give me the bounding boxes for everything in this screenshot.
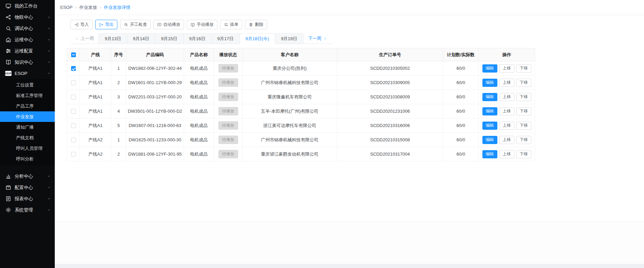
breadcrumb-item[interactable]: ESOP: [60, 5, 72, 10]
auto-play-button[interactable]: 自动播放: [153, 20, 184, 29]
app-root: 我的工作台物联中心调试中心运维中心运维配置知识中心ESOPESOP工位设置标准工…: [0, 0, 644, 268]
row-checkbox[interactable]: [71, 80, 76, 85]
delete-icon: [249, 22, 253, 27]
status-badge: 待播放: [218, 150, 238, 158]
checkbox-cell: [67, 61, 80, 76]
customer-cell: 重庆分公司(胜利): [243, 61, 337, 76]
sidebar-subitem-product-process[interactable]: 产品工序: [0, 101, 55, 111]
export-button[interactable]: 导出: [95, 20, 117, 29]
move-up-button[interactable]: 上移: [499, 150, 514, 158]
row-checkbox[interactable]: [71, 138, 76, 142]
seq-cell: 3: [111, 90, 126, 104]
product-name-cell: 电机成品: [184, 119, 214, 133]
seq-cell: 5: [111, 119, 126, 133]
row-checkbox[interactable]: [71, 123, 76, 128]
manual-play-button[interactable]: 手动播放: [187, 20, 217, 29]
sidebar-item-debug-center[interactable]: 调试中心: [0, 23, 55, 34]
sidebar-item-workbench[interactable]: 我的工作台: [0, 0, 55, 12]
move-up-button[interactable]: 上移: [499, 136, 514, 144]
date-tab[interactable]: 9月14日: [127, 33, 155, 44]
product-name-cell: 电机成品: [184, 104, 214, 119]
sidebar-item-analysis-center[interactable]: 分析中心: [0, 171, 55, 182]
table-row: 产线A15DW1607-001-1216-000-63电机成品待播放浙江美可达摩…: [67, 119, 535, 133]
sidebar-item-iot-center[interactable]: 物联中心: [0, 12, 55, 23]
next-week-button[interactable]: 下一周: [303, 33, 332, 44]
row-checkbox[interactable]: [71, 109, 76, 114]
edit-button[interactable]: 编辑: [482, 107, 497, 115]
insert-order-icon: [224, 22, 228, 27]
date-tab[interactable]: 9月19日: [275, 33, 303, 44]
date-tab[interactable]: 9月15日: [155, 33, 183, 44]
move-down-button[interactable]: 下移: [516, 64, 531, 73]
move-up-button[interactable]: 上移: [499, 122, 514, 130]
sidebar-item-ops-config[interactable]: 运维配置: [0, 45, 55, 57]
checkbox-cell: [67, 133, 80, 147]
move-down-button[interactable]: 下移: [516, 93, 531, 101]
move-up-button[interactable]: 上移: [499, 107, 514, 115]
start-check-button[interactable]: 开工检查: [120, 20, 151, 29]
move-down-button[interactable]: 下移: [516, 122, 531, 130]
status-badge: 待播放: [218, 64, 238, 73]
move-down-button[interactable]: 下移: [516, 79, 531, 87]
move-down-button[interactable]: 下移: [516, 107, 531, 115]
move-down-button[interactable]: 下移: [516, 136, 531, 144]
date-tab[interactable]: 9月18日(今): [240, 33, 275, 44]
insert-order-button[interactable]: 插单: [220, 20, 242, 29]
sidebar-subitem-standard-process-mgmt[interactable]: 标准工序管理: [0, 90, 55, 101]
sidebar-item-knowledge-center[interactable]: 知识中心: [0, 57, 55, 68]
sidebar-item-ops-center[interactable]: 运维中心: [0, 34, 55, 45]
sidebar-item-report-center[interactable]: 报表中心: [0, 193, 55, 204]
edit-button[interactable]: 编辑: [482, 64, 497, 73]
status-badge: 待播放: [218, 107, 238, 115]
date-tab[interactable]: 9月17日: [211, 33, 240, 44]
move-up-button[interactable]: 上移: [499, 79, 514, 87]
edit-button[interactable]: 编辑: [482, 79, 497, 87]
ops-config-icon: [5, 48, 11, 54]
import-button[interactable]: 导入: [70, 20, 93, 29]
prev-week-button[interactable]: 上一周: [70, 33, 99, 44]
product-name-cell: 电机成品: [184, 76, 214, 90]
edit-button[interactable]: 编辑: [482, 122, 497, 130]
toolbar: 导入导出开工检查自动播放手动播放插单删除: [70, 20, 637, 29]
sidebar-item-system-admin[interactable]: 系统管理: [0, 204, 55, 216]
row-checkbox[interactable]: [71, 152, 76, 157]
sidebar-subitem-call-staff-mgmt[interactable]: 呼叫人员管理: [0, 143, 55, 154]
sidebar-subitem-call-analysis[interactable]: 呼叫分析: [0, 154, 55, 164]
column-header: 产品编码: [126, 48, 184, 61]
column-header: 计划数/实际数: [443, 48, 479, 61]
sidebar-item-config-center[interactable]: 配置中心: [0, 182, 55, 193]
sidebar-subitem-workstation-setup[interactable]: 工位设置: [0, 80, 55, 90]
product-code-cell: DW1625-001-1233-000-30: [126, 133, 184, 147]
edit-button[interactable]: 编辑: [482, 150, 497, 158]
sidebar-subitem-job-dispatch[interactable]: 作业发放: [0, 111, 55, 122]
seq-cell: 2: [111, 147, 126, 161]
date-tab[interactable]: 9月13日: [99, 33, 127, 44]
analysis-icon: [5, 173, 11, 179]
sidebar-item-label: 分析中心: [15, 173, 45, 179]
order-no-cell: SCDD20210305002: [337, 61, 443, 76]
move-up-button[interactable]: 上移: [499, 93, 514, 101]
chevron-down-icon: [47, 197, 51, 201]
move-down-button[interactable]: 下移: [516, 150, 531, 158]
table-row: 产线A14DW3501-001-12YB-000-D2电机成品待播放五羊-本田摩…: [67, 104, 535, 119]
actions-cell: 编辑上移下移: [479, 90, 535, 104]
product-code-cell: DW1607-001-1216-000-63: [126, 119, 184, 133]
sidebar-item-esop[interactable]: ESOPESOP: [0, 68, 55, 79]
sidebar-subitem-line-docs[interactable]: 产线文档: [0, 132, 55, 143]
product-name-cell: 电机成品: [184, 147, 214, 161]
date-tab[interactable]: 9月16日: [183, 33, 212, 44]
move-up-button[interactable]: 上移: [499, 64, 514, 73]
column-header: 产品名称: [184, 48, 214, 61]
select-all-checkbox[interactable]: [71, 52, 76, 57]
auto-play-icon: [157, 22, 162, 27]
delete-button[interactable]: 删除: [245, 20, 267, 29]
breadcrumb-item[interactable]: 作业发放: [79, 4, 97, 11]
row-checkbox[interactable]: [71, 66, 76, 71]
row-checkbox[interactable]: [71, 95, 76, 99]
edit-button[interactable]: 编辑: [482, 93, 497, 101]
customer-cell: 浙江美可达摩托车有限公司: [243, 119, 337, 133]
chevron-down-icon: [47, 186, 51, 189]
order-no-cell: SCDD20210316006: [337, 119, 443, 133]
edit-button[interactable]: 编辑: [482, 136, 497, 144]
sidebar-subitem-notify-broadcast[interactable]: 通知广播: [0, 122, 55, 132]
